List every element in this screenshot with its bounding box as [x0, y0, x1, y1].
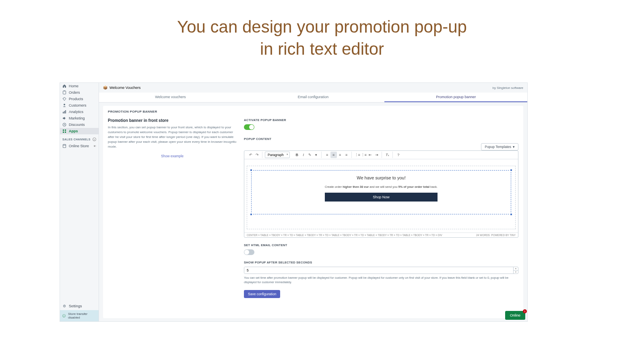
analytics-icon [62, 110, 66, 114]
nav-online-store[interactable]: Online Store👁 [60, 143, 99, 149]
topbar: 📦Welcome Vouchers by Singleton software [99, 83, 527, 93]
seconds-input[interactable] [244, 267, 513, 274]
selection-handle[interactable] [510, 213, 512, 216]
tab-welcome-vouchers[interactable]: Welcome vouchers [99, 93, 242, 102]
section-label: PROMOTION POPUP BANNER [108, 110, 518, 113]
store-transfer-label: Store transfer disabled [68, 312, 96, 319]
align-left-button[interactable]: ≡ [324, 152, 330, 158]
svg-rect-11 [65, 132, 66, 133]
selection-handle[interactable] [250, 169, 252, 171]
sidebar: Home Orders Products Customers Analytics… [60, 83, 99, 321]
sales-channels-header: SALES CHANNELS+ [60, 134, 99, 143]
tabs: Welcome vouchers Email configuration Pro… [99, 93, 527, 103]
set-html-toggle[interactable] [244, 249, 254, 255]
customers-icon [62, 103, 66, 107]
redo-button[interactable]: ↷ [254, 152, 260, 158]
shop-now-button[interactable]: Shop Now [325, 193, 438, 202]
popup-templates-dropdown[interactable]: Popup Templates▾ [481, 143, 518, 150]
info-icon: ⓘ [62, 314, 66, 318]
svg-point-3 [64, 104, 65, 105]
nav-label: Marketing [69, 116, 85, 120]
editor-footer: CENTER » TABLE » TBODY » TR » TD » TABLE… [244, 232, 518, 237]
bullet-list-button[interactable]: ⋮≡ [354, 152, 361, 158]
nav-analytics[interactable]: Analytics [60, 109, 99, 115]
align-right-button[interactable]: ≡ [337, 152, 343, 158]
content: PROMOTION POPUP BANNER Promotion banner … [103, 106, 523, 318]
nav-marketing[interactable]: Marketing [60, 115, 99, 121]
nav-orders[interactable]: Orders [60, 89, 99, 96]
nav-settings[interactable]: ⚙Settings [60, 302, 99, 310]
text-color-button[interactable]: ▾ [313, 152, 320, 158]
nav-label: Analytics [69, 110, 83, 114]
nav-discounts[interactable]: Discounts [60, 121, 99, 128]
nav-label: Discounts [69, 123, 85, 127]
svg-rect-6 [65, 110, 66, 113]
online-badge[interactable]: Online 1 [505, 311, 525, 320]
orders-icon [62, 90, 66, 95]
stepper-down[interactable]: ▼ [514, 271, 518, 274]
nav-home[interactable]: Home [60, 83, 99, 89]
page-headline: You can design your promotion pop-up in … [0, 0, 644, 72]
tab-email-config[interactable]: Email configuration [242, 93, 385, 102]
nav-label: Orders [69, 90, 80, 95]
gear-icon: ⚙ [62, 304, 66, 308]
svg-rect-9 [65, 130, 66, 131]
online-count-badge: 1 [523, 309, 527, 313]
editor-body[interactable]: We have surprise to you! Create order hi… [244, 159, 518, 232]
tab-promotion-popup[interactable]: Promotion popup banner [384, 93, 527, 102]
seconds-label: SHOW POPUP AFTER SELECTED SECONDS [244, 261, 518, 264]
left-column: Promotion banner in front store In this … [108, 118, 237, 298]
app-name: Welcome Vouchers [109, 86, 140, 90]
stepper-up[interactable]: ▲ [514, 267, 518, 271]
editor-breadcrumb: CENTER » TABLE » TBODY » TR » TD » TABLE… [247, 234, 442, 237]
nav-label: Home [69, 84, 78, 88]
app-author: by Singleton software [493, 86, 524, 90]
svg-rect-4 [63, 112, 64, 113]
store-icon [62, 144, 66, 148]
ordered-list-button[interactable]: ⋮≡ [361, 152, 367, 158]
nav-label: Apps [69, 129, 78, 133]
italic-button[interactable]: I [300, 152, 307, 158]
indent-button[interactable]: ⇥ [374, 152, 380, 158]
activate-toggle[interactable] [244, 124, 254, 130]
save-button[interactable]: Save configuration [244, 290, 280, 298]
marketing-icon [62, 116, 66, 120]
paragraph-select[interactable]: Paragraph [265, 152, 290, 158]
main: 📦Welcome Vouchers by Singleton software … [99, 83, 527, 321]
help-button[interactable]: ? [395, 152, 402, 158]
nav-label: Products [69, 97, 83, 101]
svg-rect-0 [63, 91, 66, 94]
align-center-button[interactable]: ≡ [330, 152, 337, 158]
popup-title: We have surprise to you! [256, 175, 506, 180]
discounts-icon [62, 123, 66, 127]
align-justify-button[interactable]: ≡ [343, 152, 350, 158]
nav-apps[interactable]: Apps [60, 128, 99, 134]
underline-button[interactable]: ✎ [307, 152, 313, 158]
selection-handle[interactable] [510, 169, 512, 171]
outdent-button[interactable]: ⇤ [367, 152, 374, 158]
clear-format-button[interactable]: Tₓ [384, 152, 391, 158]
nav-products[interactable]: Products [60, 96, 99, 102]
svg-rect-1 [64, 91, 65, 92]
svg-rect-10 [63, 132, 64, 133]
bold-button[interactable]: B [294, 152, 300, 158]
home-icon [62, 84, 66, 88]
powered-by: POWERED BY TINY [491, 234, 516, 237]
eye-icon[interactable]: 👁 [93, 145, 96, 148]
undo-button[interactable]: ↶ [248, 152, 254, 158]
nav-customers[interactable]: Customers [60, 102, 99, 109]
show-example-link[interactable]: Show example [108, 154, 237, 158]
rich-text-editor: ↶ ↷ Paragraph B I ✎ ▾ [244, 150, 518, 238]
selection-handle[interactable] [250, 213, 252, 216]
popup-text: Create order higher then 30 eur and we w… [256, 185, 506, 189]
set-html-label: SET HTML EMAIL CONTENT [244, 243, 518, 247]
left-desc: In this section, you can set popup banne… [108, 125, 237, 149]
add-channel-button[interactable]: + [93, 138, 96, 141]
store-transfer-bar[interactable]: ⓘStore transfer disabled [60, 310, 99, 321]
left-title: Promotion banner in front store [108, 118, 237, 123]
svg-point-2 [64, 98, 64, 99]
nav-label: Online Store [69, 144, 89, 148]
app-icon: 📦 [103, 86, 107, 90]
svg-rect-5 [64, 111, 65, 113]
nav-label: Customers [69, 103, 87, 107]
